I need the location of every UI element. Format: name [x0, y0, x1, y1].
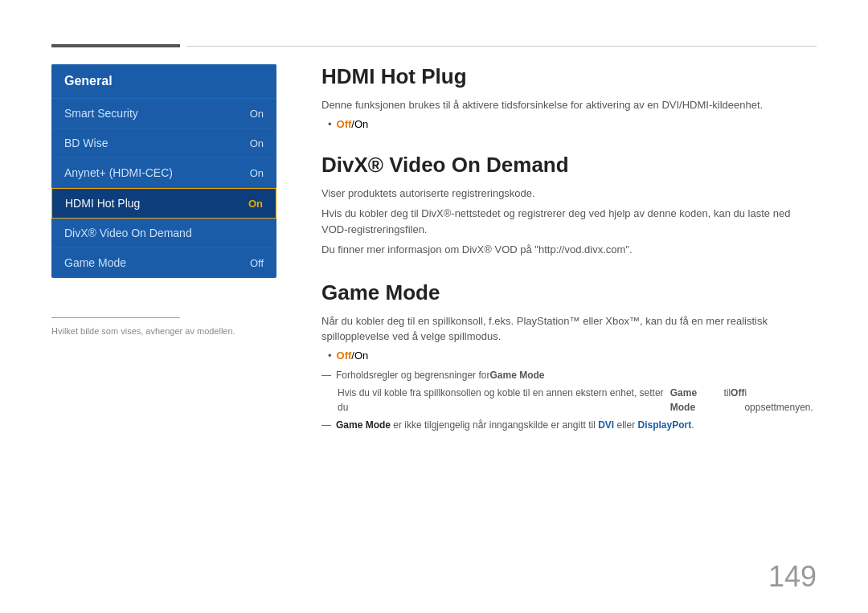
sidebar-item-hdmi-label: HDMI Hot Plug — [65, 197, 140, 210]
sidebar-item-game-mode[interactable]: Game Mode Off — [51, 248, 276, 278]
sidebar-item-smart-security[interactable]: Smart Security On — [51, 99, 276, 129]
game-mode-bullet-dot: • — [328, 349, 332, 362]
section-divx-title: DivX® Video On Demand — [321, 153, 817, 178]
main-content: HDMI Hot Plug Denne funksjonen brukes ti… — [321, 64, 817, 455]
note3-text5: DisplayPort — [638, 419, 692, 431]
sidebar-item-bd-wise-label: BD Wise — [64, 137, 108, 149]
note2-text3: til — [723, 386, 731, 400]
section-divx: DivX® Video On Demand Viser produktets a… — [321, 153, 817, 258]
hdmi-bullet: • Off / On — [328, 118, 817, 130]
note1-text2: Game Mode — [489, 368, 544, 382]
section-hdmi-hot-plug: HDMI Hot Plug Denne funksjonen brukes ti… — [321, 64, 817, 130]
game-mode-note1: — Forholdsregler og begrensninger for Ga… — [321, 368, 817, 382]
footnote-text: Hvilket bilde som vises, avhenger av mod… — [51, 326, 235, 336]
note3-text4: eller — [614, 419, 637, 431]
section-divx-desc1: Viser produktets autoriserte registrerin… — [321, 186, 817, 202]
game-mode-note3: — Game Mode er ikke tilgjengelig når inn… — [321, 418, 817, 432]
top-bar-container — [0, 44, 868, 47]
top-bar-light — [186, 46, 817, 47]
hdmi-bullet-dot: • — [328, 118, 332, 130]
sidebar-item-anynet-label: Anynet+ (HDMI-CEC) — [64, 166, 173, 179]
sidebar-item-anynet-value: On — [250, 167, 264, 179]
sidebar: General Smart Security On BD Wise On Any… — [51, 64, 276, 278]
note2-text2: Game Mode — [670, 386, 724, 415]
footnote-divider — [51, 317, 180, 318]
sidebar-item-anynet[interactable]: Anynet+ (HDMI-CEC) On — [51, 158, 276, 188]
note3-text2: er ikke tilgjengelig når inngangskilde e… — [391, 419, 598, 431]
sidebar-item-hdmi-hot-plug[interactable]: HDMI Hot Plug On — [51, 188, 276, 219]
top-bar-dark — [51, 44, 180, 47]
game-mode-bullet: • Off / On — [328, 349, 817, 362]
note3-dash: — — [321, 418, 331, 432]
section-divx-desc3: Du finner mer informasjon om DivX® VOD p… — [321, 242, 817, 258]
note2-text4: Off — [731, 386, 744, 400]
section-hdmi-desc: Denne funksjonen brukes til å aktivere t… — [321, 97, 817, 113]
game-mode-note2: Hvis du vil koble fra spillkonsollen og … — [338, 386, 817, 415]
section-game-mode: Game Mode Når du kobler deg til en spill… — [321, 280, 817, 432]
section-hdmi-title: HDMI Hot Plug — [321, 64, 817, 89]
hdmi-off-label: Off — [337, 118, 352, 130]
sidebar-item-divx-label: DivX® Video On Demand — [64, 227, 192, 239]
section-divx-desc2: Hvis du kobler deg til DivX®-nettstedet … — [321, 206, 817, 237]
sidebar-item-divx[interactable]: DivX® Video On Demand — [51, 219, 276, 248]
hdmi-on-label: On — [354, 118, 368, 130]
game-mode-off-label: Off — [337, 349, 352, 362]
sidebar-item-smart-security-value: On — [250, 108, 264, 120]
page-number: 149 — [768, 560, 817, 594]
note3-text1: Game Mode — [336, 419, 391, 431]
sidebar-item-bd-wise-value: On — [250, 137, 264, 149]
sidebar-item-hdmi-value: On — [248, 198, 263, 210]
footnote: Hvilket bilde som vises, avhenger av mod… — [51, 317, 276, 337]
section-game-mode-title: Game Mode — [321, 280, 817, 305]
note3-text3: DVI — [598, 419, 614, 431]
sidebar-item-smart-security-label: Smart Security — [64, 107, 138, 120]
note3-text6: . — [691, 419, 694, 431]
note2-text5: i oppsettmenyen. — [744, 386, 817, 415]
sidebar-header: General — [51, 64, 276, 99]
game-mode-on-label: On — [354, 349, 368, 362]
note1-text1: Forholdsregler og begrensninger for — [336, 368, 489, 382]
section-game-mode-desc: Når du kobler deg til en spillkonsoll, f… — [321, 313, 817, 345]
note1-dash: — — [321, 368, 331, 382]
sidebar-item-game-mode-value: Off — [250, 257, 264, 269]
sidebar-item-game-mode-label: Game Mode — [64, 256, 126, 269]
sidebar-item-bd-wise[interactable]: BD Wise On — [51, 129, 276, 158]
note2-text1: Hvis du vil koble fra spillkonsollen og … — [338, 386, 670, 415]
